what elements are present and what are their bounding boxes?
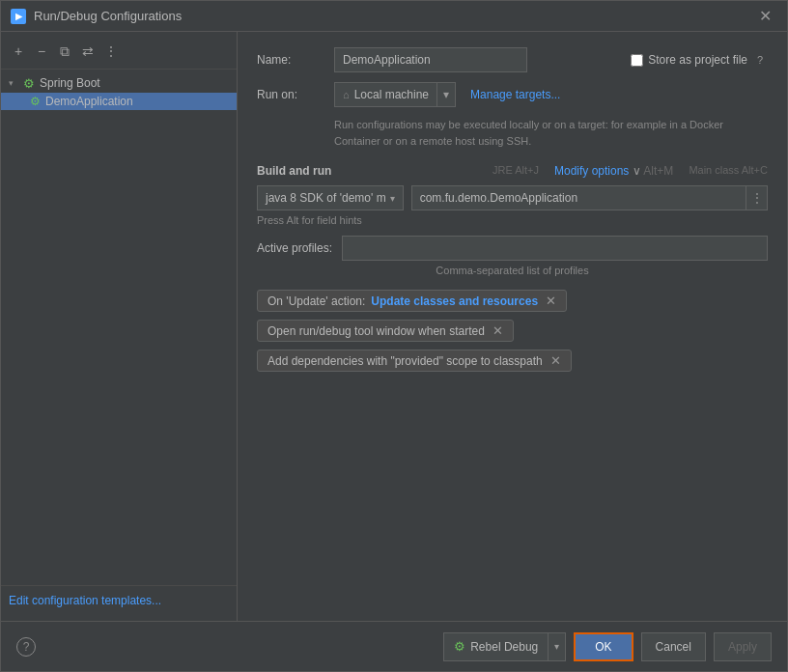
open-window-tag: Open run/debug tool window when started … [257, 320, 514, 342]
cancel-button[interactable]: Cancel [641, 632, 706, 661]
dialog-title: Run/Debug Configurations [34, 9, 182, 23]
more-options-button[interactable]: ⋮ [101, 42, 121, 61]
build-run-label: Build and run [257, 164, 331, 178]
move-config-button[interactable]: ⇄ [78, 42, 98, 61]
add-dependencies-label: Add dependencies with "provided" scope t… [267, 354, 543, 368]
rebel-debug-button[interactable]: ⚙ Rebel Debug ▾ [443, 632, 566, 661]
apply-button[interactable]: Apply [714, 632, 772, 661]
tags-row: On 'Update' action: Update classes and r… [257, 290, 768, 312]
tag-row-3: Add dependencies with "provided" scope t… [257, 350, 768, 372]
main-class-browse-button[interactable]: ⋮ [746, 186, 767, 210]
sdk-value: java 8 SDK of 'demo' m [266, 191, 386, 205]
add-config-button[interactable]: + [9, 42, 28, 61]
on-update-action: Update classes and resources [371, 294, 538, 308]
spring-boot-group[interactable]: ▾ ⚙ Spring Boot [1, 73, 237, 93]
tag-row-2: Open run/debug tool window when started … [257, 320, 768, 342]
run-on-row: Run on: ⌂ Local machine ▾ Manage targets… [257, 82, 768, 107]
ok-button[interactable]: OK [574, 632, 633, 661]
dialog-icon: ▶ [11, 9, 26, 24]
store-project-file-label: Store as project file [648, 53, 747, 67]
on-update-tag: On 'Update' action: Update classes and r… [257, 290, 567, 312]
sidebar: + − ⧉ ⇄ ⋮ ▾ ⚙ Spring Boot ⚙ DemoApplicat… [1, 32, 238, 621]
main-class-input-wrap: ⋮ [411, 185, 768, 210]
add-dependencies-tag: Add dependencies with "provided" scope t… [257, 350, 572, 372]
rebel-debug-icon: ⚙ [454, 639, 465, 654]
demo-application-label: DemoApplication [45, 95, 133, 108]
active-profiles-row: Active profiles: [257, 236, 768, 261]
build-row: java 8 SDK of 'demo' m ▾ ⋮ [257, 185, 768, 210]
jre-shortcut: JRE Alt+J [492, 164, 539, 178]
run-on-hint: Run configurations may be executed local… [334, 117, 768, 149]
store-project-file-row: Store as project file ? [631, 52, 768, 68]
run-on-dropdown[interactable]: ⌂ Local machine ▾ [334, 82, 456, 107]
expand-icon: ▾ [9, 78, 18, 88]
on-update-prefix: On 'Update' action: [267, 294, 365, 308]
run-on-label: Run on: [257, 88, 324, 101]
profiles-hint: Comma-separated list of profiles [257, 265, 768, 276]
main-class-shortcut: Main class Alt+C [689, 164, 768, 178]
main-content: + − ⧉ ⇄ ⋮ ▾ ⚙ Spring Boot ⚙ DemoApplicat… [1, 32, 787, 621]
title-bar: ▶ Run/Debug Configurations ✕ [1, 1, 787, 32]
bottom-left: ? [16, 637, 36, 657]
bottom-bar: ? ⚙ Rebel Debug ▾ OK Cancel Apply [1, 621, 787, 671]
sidebar-toolbar: + − ⧉ ⇄ ⋮ [1, 38, 237, 70]
run-on-dropdown-arrow[interactable]: ▾ [436, 83, 455, 106]
name-input[interactable] [334, 47, 527, 72]
active-profiles-label: Active profiles: [257, 241, 332, 255]
active-profiles-input[interactable] [342, 236, 768, 261]
main-class-input[interactable] [412, 191, 746, 205]
rebel-debug-arrow[interactable]: ▾ [548, 633, 565, 660]
name-label: Name: [257, 53, 324, 67]
store-project-file-checkbox[interactable] [631, 54, 643, 67]
run-debug-dialog: ▶ Run/Debug Configurations ✕ + − ⧉ ⇄ ⋮ ▾… [0, 0, 788, 672]
remove-config-button[interactable]: − [32, 42, 51, 61]
copy-config-button[interactable]: ⧉ [55, 42, 74, 61]
help-button[interactable]: ? [16, 637, 36, 657]
spring-boot-icon: ⚙ [22, 76, 36, 90]
sdk-dropdown-arrow: ▾ [390, 193, 395, 204]
sidebar-bottom: Edit configuration templates... [1, 585, 237, 615]
right-panel: Name: Store as project file ? Run on: ⌂ … [238, 32, 787, 621]
demo-application-item[interactable]: ⚙ DemoApplication [1, 93, 237, 110]
close-button[interactable]: ✕ [753, 5, 777, 27]
spring-boot-label: Spring Boot [40, 76, 100, 90]
build-run-header: Build and run JRE Alt+J Modify options ∨… [257, 164, 768, 178]
add-dependencies-close[interactable]: ✕ [549, 353, 563, 368]
sdk-dropdown[interactable]: java 8 SDK of 'demo' m ▾ [257, 185, 404, 210]
field-hint: Press Alt for field hints [257, 214, 768, 226]
modify-options-link[interactable]: Modify options ∨ Alt+M [554, 164, 673, 178]
name-row: Name: Store as project file ? [257, 47, 768, 72]
run-on-value: Local machine [354, 88, 429, 101]
on-update-close[interactable]: ✕ [544, 294, 558, 308]
rebel-debug-label: Rebel Debug [470, 640, 538, 654]
bottom-right: ⚙ Rebel Debug ▾ OK Cancel Apply [443, 632, 772, 661]
edit-templates-link[interactable]: Edit configuration templates... [9, 594, 161, 607]
open-window-close[interactable]: ✕ [491, 323, 505, 338]
store-help-icon[interactable]: ? [752, 52, 768, 68]
demo-app-icon: ⚙ [28, 95, 42, 108]
local-machine-icon: ⌂ [343, 89, 350, 100]
manage-targets-link[interactable]: Manage targets... [470, 88, 560, 101]
open-window-label: Open run/debug tool window when started [267, 324, 485, 338]
